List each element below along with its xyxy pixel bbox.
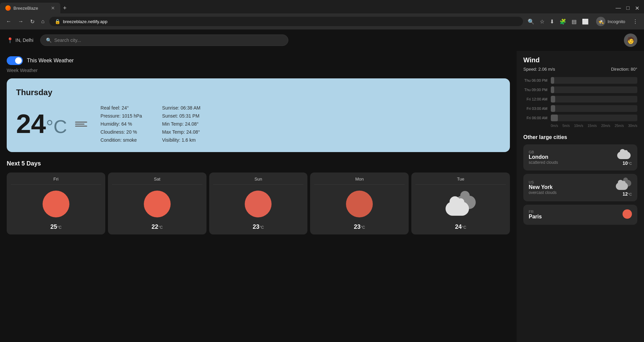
- paris-info: FR Paris: [529, 210, 623, 220]
- wind-bar-label-1: Thu 06:00 PM: [523, 78, 547, 82]
- wind-bar-row-3: Fri 12:00 AM: [523, 96, 637, 102]
- back-button[interactable]: ←: [4, 17, 13, 26]
- wind-bar-fill-3: [551, 96, 555, 102]
- wind-bar-fill-2: [551, 86, 554, 93]
- wind-chart: Thu 06:00 PM Thu 09:00 PM Fri 12:00 AM: [523, 77, 637, 128]
- wind-bar-track-5: [551, 115, 637, 121]
- wind-bar-label-4: Fri 03:00 AM: [523, 107, 547, 111]
- forecast-icon-tue: [446, 187, 476, 221]
- city-card-paris[interactable]: FR Paris: [523, 205, 637, 225]
- min-temp: Min Temp: 24.08°: [162, 121, 204, 127]
- city-card-london[interactable]: GB London scattered clouds 10°C: [523, 144, 637, 170]
- wind-bar-track-2: [551, 86, 637, 93]
- wind-scale-25: 25m/s: [614, 124, 624, 128]
- newyork-icon-temp: 12°C: [616, 179, 632, 197]
- wind-bar-row-4: Fri 03:00 AM: [523, 105, 637, 112]
- forecast-icon-fri: [43, 187, 69, 221]
- wind-bar-fill-5: [551, 115, 558, 121]
- other-cities-title: Other large cities: [523, 134, 637, 140]
- tab-close-button[interactable]: ✕: [51, 5, 55, 11]
- forecast-card-fri: Fri 25°C: [7, 173, 105, 234]
- wind-stats: Speed: 2.06 m/s Direction: 80°: [523, 67, 637, 72]
- forecast-day-sun: Sun: [213, 177, 304, 185]
- weather-card: Thursday 24°C Real feel: 24°: [7, 78, 510, 152]
- forecast-temp-unit-tue: °C: [462, 225, 466, 230]
- wind-bar-row-5: Fri 06:00 AM: [523, 115, 637, 121]
- maximize-button[interactable]: □: [624, 4, 632, 12]
- wind-bar-label-3: Fri 12:00 AM: [523, 97, 547, 101]
- real-feel: Real feel: 24°: [101, 105, 142, 111]
- newyork-temp: 12°C: [623, 191, 632, 197]
- paris-country: FR: [529, 210, 623, 214]
- newyork-cloud-icon: [616, 179, 632, 190]
- wind-direction: Direction: 80°: [611, 67, 637, 72]
- forecast-card-tue: Tue 24°C: [411, 173, 510, 234]
- paris-icon-temp: [623, 209, 632, 220]
- address-bar[interactable]: 🔒 breezeblaze.netlify.app: [49, 17, 523, 26]
- menu-button[interactable]: ⋮: [631, 17, 640, 26]
- forward-button[interactable]: →: [16, 17, 25, 26]
- forecast-card-mon: Mon 23°C: [310, 173, 409, 234]
- week-weather-subtitle: Week Weather: [7, 68, 510, 73]
- city-card-newyork[interactable]: US New York overcast clouds 12°C: [523, 174, 637, 201]
- right-panel: Wind Speed: 2.06 m/s Direction: 80° Thu …: [517, 51, 644, 342]
- sidebar-icon-btn[interactable]: ▤: [570, 17, 579, 26]
- search-bar[interactable]: 🔍 Search city...: [40, 35, 288, 46]
- temp-value: 24: [16, 109, 46, 139]
- browser-tabs: BreezeBlaze ✕ + — □ ✕: [0, 0, 644, 13]
- search-placeholder: Search city...: [54, 38, 81, 43]
- wind-bar-track-3: [551, 96, 637, 102]
- forecast-card-sat: Sat 22°C: [108, 173, 207, 234]
- current-location: IN, Delhi: [15, 38, 34, 43]
- search-magnifier-icon: 🔍: [46, 38, 52, 43]
- user-avatar[interactable]: 🧑: [624, 33, 637, 47]
- extension-icon-btn[interactable]: 🧩: [558, 17, 568, 26]
- cloud-icon-tue: [446, 192, 476, 216]
- wind-scale-0: 0m/s: [551, 124, 558, 128]
- current-day-name: Thursday: [16, 88, 501, 97]
- bookmark-icon-btn[interactable]: ☆: [538, 17, 546, 26]
- ny-cloud-front: [616, 183, 628, 190]
- forecast-temp-unit-sun: °C: [259, 225, 264, 230]
- close-button[interactable]: ✕: [633, 4, 641, 13]
- visibility: Visibility: 1.6 km: [162, 137, 204, 143]
- cloudiness: Cloudiness: 20 %: [101, 129, 142, 135]
- london-temp-unit: °C: [628, 161, 632, 165]
- wind-scale-15: 15m/s: [588, 124, 597, 128]
- wind-scale-30: 30m/s: [628, 124, 637, 128]
- weather-temp-section: 24°C: [16, 111, 87, 137]
- paris-name: Paris: [529, 214, 623, 220]
- refresh-button[interactable]: ↻: [28, 17, 37, 26]
- temp-unit: °C: [46, 116, 67, 137]
- lock-icon: 🔒: [55, 19, 60, 24]
- sun-icon-sat: [144, 191, 171, 217]
- search-icon-btn[interactable]: 🔍: [526, 17, 536, 26]
- sun-icon-fri: [43, 191, 69, 217]
- browser-chrome: BreezeBlaze ✕ + — □ ✕ ← → ↻ ⌂ 🔒 breezebl…: [0, 0, 644, 29]
- weather-details: Real feel: 24° Sunrise: 06:38 AM Pressur…: [101, 105, 204, 143]
- forecast-temp-sat: 22°C: [152, 223, 163, 230]
- download-icon-btn[interactable]: ⬇: [548, 17, 556, 26]
- forecast-icon-mon: [346, 187, 373, 221]
- weather-card-body: 24°C Real feel: 24° Sunrise: 06:38 AM Pr…: [16, 105, 501, 143]
- active-tab[interactable]: BreezeBlaze ✕: [0, 3, 60, 13]
- profile-icon-btn[interactable]: ⬜: [580, 17, 591, 26]
- forecast-grid: Fri 25°C Sat 22°C Sun: [7, 173, 510, 234]
- current-temp: 24°C: [16, 111, 67, 137]
- minimize-button[interactable]: —: [613, 4, 623, 12]
- london-icon-temp: 10°C: [617, 149, 632, 166]
- week-weather-toggle[interactable]: [7, 56, 23, 65]
- london-info: GB London scattered clouds: [529, 150, 617, 165]
- tab-title: BreezeBlaze: [13, 6, 38, 11]
- new-tab-button[interactable]: +: [60, 5, 69, 12]
- forecast-icon-sun: [245, 187, 272, 221]
- wind-bar-label-5: Fri 06:00 AM: [523, 116, 547, 120]
- max-temp: Max Temp: 24.08°: [162, 129, 204, 135]
- home-button[interactable]: ⌂: [39, 17, 47, 26]
- forecast-temp-unit-sat: °C: [158, 225, 163, 230]
- left-panel: This Week Weather Week Weather Thursday …: [0, 51, 517, 342]
- wind-title: Wind: [523, 56, 637, 64]
- humidity: Humidity: 64 %: [101, 121, 142, 127]
- location-badge: 📍 IN, Delhi: [7, 37, 34, 44]
- incognito-badge: 🕵️ Incognito: [593, 15, 628, 27]
